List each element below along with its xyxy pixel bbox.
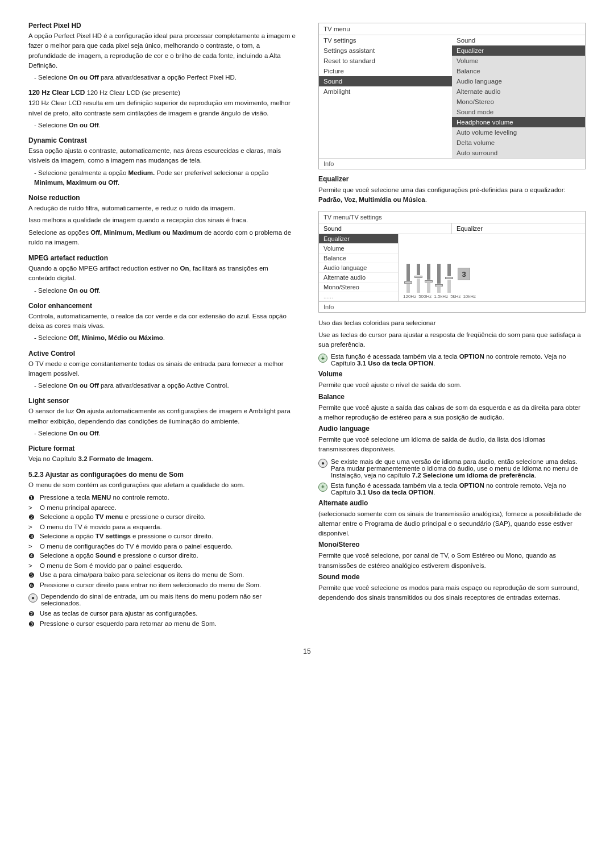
menu-row-sound: Sound Audio language: [319, 76, 585, 86]
eq-item-dots: ......: [319, 292, 398, 301]
step-4: ❹ Selecione a opção Sound e pressione o …: [28, 552, 296, 560]
step-6-num: ❻: [28, 582, 36, 589]
section-sound-menu: 5.2.3 Ajustar as configurações do menu d…: [28, 471, 296, 630]
note-symbol: ●: [28, 593, 38, 603]
120hz-p1: 120 Hz Clear LCD resulta em um definição…: [28, 98, 296, 118]
sound-mode-section: Sound mode Permite que você selecione os…: [318, 573, 586, 605]
eq-freq-120: 120Hz: [403, 294, 416, 299]
120hz-title: 120 Hz Clear LCD 120 Hz Clear LCD (se pr…: [28, 89, 296, 97]
eq-instruction-2: Use as teclas do cursor para ajustar a r…: [318, 330, 586, 350]
color-enhancement-p1: Controla, automaticamente, o realce da c…: [28, 312, 296, 331]
mpeg-p2: - Selecione On ou Off.: [34, 286, 296, 296]
step-1-result-text: O menu principal aparece.: [40, 504, 117, 511]
step-2-text: Selecione a opção TV menu e pressione o …: [40, 513, 206, 520]
eq-bar-1-fill: [406, 264, 410, 281]
eq-thumb-5: [445, 277, 453, 279]
section-light-sensor: Light sensor O sensor de luz On ajusta a…: [28, 397, 296, 440]
eq-freq-15k: 1.5kHz: [434, 294, 448, 299]
eq-item-mono-stereo: Mono/Stereo: [319, 283, 398, 292]
eq-item-volume: Volume: [319, 244, 398, 254]
step-6: ❻ Pressione o cursor direito para entrar…: [28, 582, 296, 589]
balance-description: Permite que você ajuste a saída das caix…: [318, 403, 586, 423]
alternate-audio-section: Alternate audio (selecionado somente com…: [318, 499, 586, 541]
sound-note-text: Dependendo do sinal de entrada, um ou ma…: [41, 593, 296, 607]
eq-subheader-row: Sound Equalizer: [319, 223, 585, 234]
audio-lang-note-text: Se existe mais de que uma versão de idio…: [331, 458, 586, 479]
eq-thumb-2: [414, 276, 422, 278]
eq-option-text: Esta função é acessada também via a tecl…: [331, 353, 586, 367]
eq-bar-5: [445, 264, 453, 293]
step-4-num: ❹: [28, 552, 36, 560]
menu-row-delta: Delta volume: [319, 138, 585, 148]
step-3-num: ❸: [28, 533, 36, 541]
eq-freq-5k: 5kHz: [450, 294, 460, 299]
step-2-result-text: O menu do TV é movido para a esquerda.: [40, 524, 162, 530]
alternate-audio-title: Alternate audio: [318, 499, 586, 507]
step-2: ❷ Selecione a opção TV menu e pressione …: [28, 513, 296, 521]
eq-bar-3-fill: [427, 264, 430, 280]
step-1-result: > O menu principal aparece.: [28, 504, 296, 511]
audio-language-option-note: + Esta função é acessada também via a te…: [318, 482, 586, 496]
light-sensor-title: Light sensor: [28, 397, 296, 405]
step-1: ❶ Pressione a tecla MENU no controle rem…: [28, 494, 296, 502]
equalizer-description: Permite que você selecione uma das confi…: [318, 185, 586, 205]
eq-subheader-equalizer: Equalizer: [452, 223, 585, 234]
final-step-3: ❸ Pressione o cursor esquerdo para retor…: [28, 620, 296, 628]
mpeg-title: MPEG artefact reduction: [28, 254, 296, 262]
menu-row-headphone: Headphone volume: [319, 117, 585, 127]
final-step-2-num: ❷: [28, 610, 36, 618]
menu-cell-empty-4: [319, 127, 452, 138]
eq-bar-4: [435, 264, 443, 293]
eq-item-equalizer: Equalizer: [319, 234, 398, 244]
section-perfect-pixel: Perfect Pixel HD A opção Perfect Pixel H…: [28, 22, 296, 84]
menu-row-reset: Reset to standard Volume: [319, 56, 585, 66]
sound-note: ● Dependendo do sinal de entrada, um ou …: [28, 593, 296, 607]
tv-menu-table: TV menu TV settings Sound Settings assis…: [318, 23, 586, 169]
mono-stereo-description: Permite que você selecione, por canal de…: [318, 551, 586, 571]
audio-language-title: Audio language: [318, 425, 586, 433]
eq-graphic-area: 3 120Hz 500Hz 1.5kHz 5kHz 10kHz: [399, 234, 585, 301]
eq-bar-1-bot: [406, 284, 410, 293]
eq-item-alternate-audio: Alternate audio: [319, 273, 398, 283]
menu-row-tvsettings: TV settings Sound: [319, 35, 585, 45]
dynamic-contrast-title: Dynamic Contrast: [28, 136, 296, 144]
mono-stereo-section: Mono/Stereo Permite que você selecione, …: [318, 541, 586, 573]
menu-cell-audio-language: Audio language: [452, 76, 585, 86]
color-enhancement-title: Color enhancement: [28, 302, 296, 310]
noise-reduction-p2: Isso melhora a qualidade de imagem quand…: [28, 215, 296, 225]
menu-cell-auto-surround: Auto surround: [452, 148, 585, 158]
sound-menu-title: 5.2.3 Ajustar as configurações do menu d…: [28, 471, 296, 479]
step-4-result-text: O menu de Som é movido par o painel esqu…: [40, 562, 182, 569]
audio-lang-note-symbol: ●: [318, 459, 327, 468]
menu-cell-reset: Reset to standard: [319, 56, 452, 66]
menu-cell-sound: Sound: [452, 35, 585, 45]
120hz-p2: - Selecione On ou Off.: [34, 121, 296, 130]
noise-reduction-title: Noise reduction: [28, 194, 296, 202]
step-2-num: ❷: [28, 513, 36, 521]
eq-menu-table: TV menu/TV settings Sound Equalizer Equa…: [318, 211, 586, 313]
page-number: 15: [28, 647, 586, 655]
section-dynamic-contrast: Dynamic Contrast Essa opção ajusta o con…: [28, 136, 296, 189]
balance-title: Balance: [318, 393, 586, 401]
sound-menu-intro: O menu de som contém as configurações qu…: [28, 480, 296, 490]
eq-bar-2-fill: [417, 264, 420, 275]
active-control-p1: O TV mede e corrige constantemente todas…: [28, 359, 296, 379]
menu-cell-sound-mode: Sound mode: [452, 107, 585, 117]
light-sensor-p1: O sensor de luz On ajusta automaticament…: [28, 406, 296, 426]
eq-bars: 3: [402, 256, 582, 293]
active-control-p2: - Selecione On ou Off para ativar/desati…: [34, 381, 296, 391]
eq-bar-5-fill: [447, 264, 451, 276]
mpeg-p1: Quando a opção MPEG artifact reduction e…: [28, 264, 296, 284]
perfect-pixel-p1: A opção Perfect Pixel HD é a configuraçã…: [28, 31, 296, 70]
section-color-enhancement: Color enhancement Controla, automaticame…: [28, 302, 296, 345]
noise-reduction-p1: A redução de ruído filtra, automaticamen…: [28, 203, 296, 213]
arrow-2: >: [28, 524, 36, 530]
menu-cell-tvsettings: TV settings: [319, 35, 452, 45]
step-5-text: Use a para cima/para baixo para selecion…: [40, 571, 244, 578]
equalizer-title: Equalizer: [318, 175, 586, 183]
menu-cell-empty-5: [319, 138, 452, 148]
eq-table-footer: Info: [319, 301, 585, 312]
eq-bar-5-bot: [447, 280, 451, 293]
menu-cell-delta-volume: Delta volume: [452, 138, 585, 148]
eq-bar-4-fill: [437, 264, 441, 284]
